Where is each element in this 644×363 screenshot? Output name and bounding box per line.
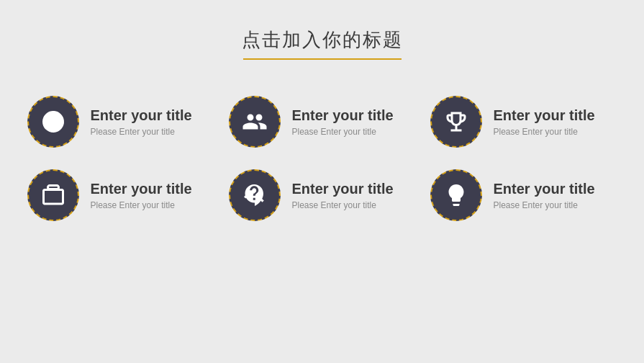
item-text-5: Enter your title Please Enter your title xyxy=(292,181,394,210)
item-subtitle-3: Please Enter your title xyxy=(494,127,595,137)
item-title-4: Enter your title xyxy=(91,181,192,197)
icon-circle-1 xyxy=(27,96,79,148)
icon-circle-4 xyxy=(27,169,79,221)
item-text-1: Enter your title Please Enter your title xyxy=(91,107,192,137)
item-text-3: Enter your title Please Enter your title xyxy=(494,107,595,137)
icon-circle-6 xyxy=(430,169,482,221)
icon-circle-3 xyxy=(430,96,482,148)
handshake-icon xyxy=(242,182,268,208)
grid-container: Enter your title Please Enter your title… xyxy=(13,96,632,221)
item-title-2: Enter your title xyxy=(292,107,394,124)
item-title-3: Enter your title xyxy=(494,107,595,124)
trophy-icon xyxy=(443,109,469,135)
item-title-1: Enter your title xyxy=(91,107,192,124)
page-title: 点击加入你的标题 xyxy=(242,27,403,53)
briefcase-icon xyxy=(40,182,66,208)
list-item: Enter your title Please Enter your title xyxy=(229,169,416,221)
list-item: Enter your title Please Enter your title xyxy=(430,169,617,221)
pie-chart-icon xyxy=(40,109,66,135)
team-icon xyxy=(242,109,268,135)
list-item: Enter your title Please Enter your title xyxy=(430,96,617,148)
item-subtitle-5: Please Enter your title xyxy=(292,200,394,210)
item-text-6: Enter your title Please Enter your title xyxy=(494,181,595,210)
item-subtitle-6: Please Enter your title xyxy=(494,200,595,210)
item-text-4: Enter your title Please Enter your title xyxy=(91,181,192,210)
list-item: Enter your title Please Enter your title xyxy=(27,96,214,148)
item-subtitle-1: Please Enter your title xyxy=(91,127,192,137)
lightbulb-icon xyxy=(443,182,469,208)
list-item: Enter your title Please Enter your title xyxy=(229,96,416,148)
item-subtitle-2: Please Enter your title xyxy=(292,127,394,137)
icon-circle-5 xyxy=(229,169,281,221)
item-text-2: Enter your title Please Enter your title xyxy=(292,107,394,137)
item-title-5: Enter your title xyxy=(292,181,394,197)
icon-circle-2 xyxy=(229,96,281,148)
title-underline xyxy=(243,58,402,60)
item-title-6: Enter your title xyxy=(494,181,595,197)
item-subtitle-4: Please Enter your title xyxy=(91,200,192,210)
list-item: Enter your title Please Enter your title xyxy=(27,169,214,221)
page-header: 点击加入你的标题 xyxy=(242,27,403,60)
